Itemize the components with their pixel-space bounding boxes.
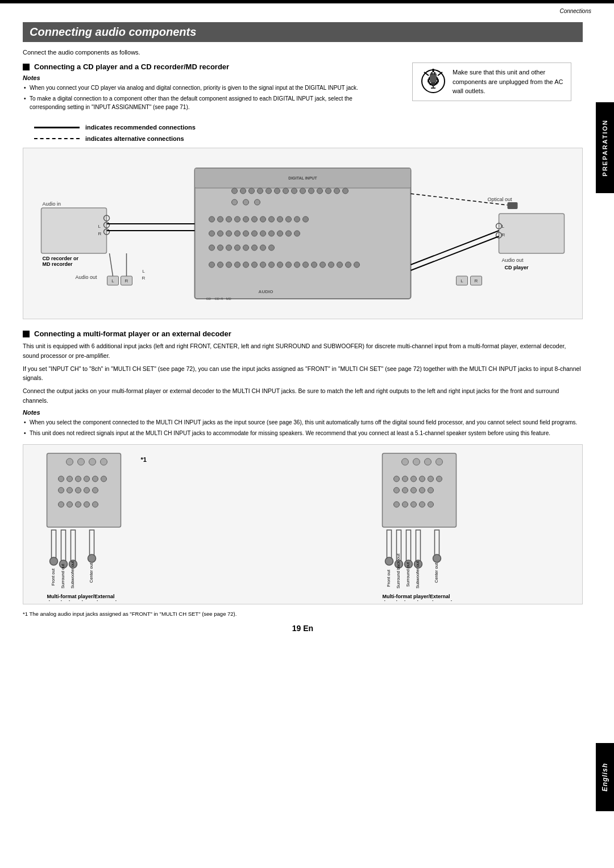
svg-point-81 xyxy=(286,262,292,268)
svg-point-49 xyxy=(277,216,283,222)
svg-text:CD-R: CD-R xyxy=(215,297,224,301)
svg-rect-145 xyxy=(71,530,76,561)
svg-point-36 xyxy=(334,188,340,194)
svg-text:CD player: CD player xyxy=(505,265,529,270)
notes-heading-1: Notes xyxy=(23,74,389,81)
svg-point-170 xyxy=(420,487,425,493)
svg-point-66 xyxy=(226,245,232,251)
svg-rect-143 xyxy=(61,530,66,561)
svg-point-78 xyxy=(260,262,266,268)
svg-text:L: L xyxy=(98,224,101,229)
svg-point-178 xyxy=(385,557,393,565)
svg-point-169 xyxy=(411,487,417,493)
svg-point-51 xyxy=(294,216,300,222)
top-section: Connecting a CD player and a CD recorder… xyxy=(23,62,583,118)
svg-point-33 xyxy=(309,188,314,194)
svg-point-132 xyxy=(67,487,73,493)
svg-point-37 xyxy=(343,188,349,194)
page-wrapper: Connections PREPARATION English Connecti… xyxy=(0,0,614,868)
svg-point-24 xyxy=(232,188,238,194)
svg-text:Audio out: Audio out xyxy=(76,274,98,280)
svg-text:L: L xyxy=(460,278,463,283)
svg-point-129 xyxy=(93,476,98,482)
warning-text: Make sure that this unit and other compo… xyxy=(453,68,564,96)
diagram-2-container: Front out Surround out Subwoofer out Cen… xyxy=(23,444,583,604)
svg-point-52 xyxy=(303,216,309,222)
svg-point-67 xyxy=(235,245,240,251)
svg-point-32 xyxy=(300,188,306,194)
legend-solid: indicates recommended connections xyxy=(34,124,583,131)
svg-text:decoder (7.1-channel output): decoder (7.1-channel output) xyxy=(383,600,453,601)
note-item: This unit does not redirect signals inpu… xyxy=(23,429,583,437)
black-square-icon-2 xyxy=(23,331,30,337)
svg-line-114 xyxy=(411,236,499,270)
svg-text:R: R xyxy=(502,232,505,237)
note-item: When you select the component connected … xyxy=(23,418,583,427)
connections-label: Connections xyxy=(0,3,614,16)
svg-point-62 xyxy=(286,231,292,236)
svg-rect-6 xyxy=(431,72,433,75)
notes-heading-2: Notes xyxy=(23,409,583,416)
svg-point-136 xyxy=(59,502,64,507)
svg-text:DIGITAL INPUT: DIGITAL INPUT xyxy=(288,176,317,180)
side-tab-english: English xyxy=(596,743,614,811)
svg-text:CD: CD xyxy=(206,297,211,301)
svg-line-111 xyxy=(110,253,113,276)
svg-point-29 xyxy=(275,188,280,194)
svg-point-165 xyxy=(428,476,434,482)
body-text-3: Connect the output jacks on your multi-f… xyxy=(23,386,583,406)
svg-point-140 xyxy=(93,502,98,507)
svg-point-142 xyxy=(50,557,58,565)
svg-point-26 xyxy=(249,188,255,194)
svg-point-63 xyxy=(294,231,300,236)
svg-point-158 xyxy=(413,458,420,465)
svg-point-137 xyxy=(67,502,73,507)
legend-dashed-label: indicates alternative connections xyxy=(85,135,184,142)
svg-point-73 xyxy=(218,262,223,268)
svg-point-128 xyxy=(84,476,90,482)
svg-point-25 xyxy=(240,188,246,194)
svg-point-74 xyxy=(226,262,232,268)
svg-point-50 xyxy=(286,216,292,222)
svg-text:Subwoofer out: Subwoofer out xyxy=(70,560,75,588)
svg-point-40 xyxy=(255,199,260,205)
section1-heading: Connecting a CD player and a CD recorder… xyxy=(23,62,389,71)
svg-text:Surround back out: Surround back out xyxy=(396,553,401,589)
svg-point-72 xyxy=(209,262,215,268)
svg-text:Subwoofer out: Subwoofer out xyxy=(415,560,420,588)
svg-point-42 xyxy=(218,216,223,222)
svg-point-88 xyxy=(346,262,351,268)
svg-text:Audio out: Audio out xyxy=(502,257,524,263)
svg-rect-11 xyxy=(42,208,107,253)
svg-text:*1: *1 xyxy=(141,456,147,463)
svg-point-28 xyxy=(266,188,272,194)
svg-point-135 xyxy=(93,487,98,493)
svg-point-80 xyxy=(277,262,283,268)
svg-point-64 xyxy=(209,245,215,251)
svg-text:decoder (5.1-channel output): decoder (5.1-channel output) xyxy=(47,600,118,601)
page-number: 19 En xyxy=(23,618,583,644)
svg-text:L: L xyxy=(502,224,505,229)
svg-rect-181 xyxy=(406,530,411,561)
note-item: To make a digital connection to a compon… xyxy=(23,94,389,111)
svg-point-35 xyxy=(326,188,331,194)
footnote: *1 The analog audio input jacks assigned… xyxy=(23,610,583,618)
svg-rect-185 xyxy=(435,530,439,556)
svg-point-161 xyxy=(394,476,400,482)
svg-point-38 xyxy=(232,199,238,205)
body-text-2: If you set "INPUT CH" to "8ch" in "MULTI… xyxy=(23,364,583,383)
legend-area: indicates recommended connections indica… xyxy=(34,124,583,142)
main-content: Connecting audio components Connect the … xyxy=(0,16,614,656)
svg-point-131 xyxy=(59,487,64,493)
svg-point-65 xyxy=(218,245,223,251)
diagram-1-container: L R Audio in CD recorder or MD recorder … xyxy=(23,148,583,319)
svg-text:R: R xyxy=(475,278,478,283)
svg-text:Multi-format player/External: Multi-format player/External xyxy=(47,594,115,599)
svg-point-122 xyxy=(78,458,85,465)
solid-line-icon xyxy=(34,127,80,128)
svg-point-75 xyxy=(235,262,240,268)
svg-point-126 xyxy=(67,476,73,482)
svg-rect-94 xyxy=(499,214,565,253)
svg-point-123 xyxy=(89,458,96,465)
svg-point-76 xyxy=(243,262,249,268)
